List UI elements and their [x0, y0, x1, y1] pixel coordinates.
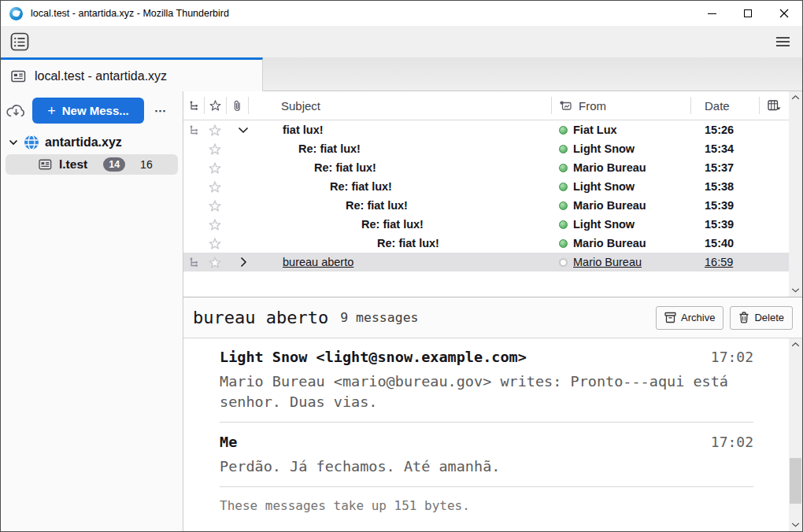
from-cell: Fiat Lux: [573, 124, 691, 136]
trash-icon: [738, 312, 749, 323]
close-button[interactable]: [766, 1, 802, 26]
star-icon[interactable]: [204, 162, 226, 174]
from-cell: Light Snow: [573, 218, 691, 231]
thread-cell: [183, 238, 204, 249]
star-icon[interactable]: [204, 124, 226, 136]
thread-cell: [183, 125, 204, 135]
attachment-column-header[interactable]: [227, 91, 248, 120]
message-row[interactable]: bureau aberto Mario Bureau 16:59: [183, 253, 789, 272]
subject-cell: Re: fiat lux!: [261, 180, 553, 193]
unread-column-header[interactable]: [552, 91, 579, 120]
new-message-button[interactable]: + New Mess...: [32, 98, 144, 124]
message-row[interactable]: Re: fiat lux! Light Snow 15:34: [183, 139, 789, 158]
tab-bar: local.test - antartida.xyz: [1, 57, 802, 91]
archive-icon: [664, 312, 676, 323]
message-row[interactable]: Re: fiat lux! Mario Bureau 15:39: [183, 196, 789, 215]
subject-cell: bureau aberto: [261, 256, 553, 268]
message-pane-scrollbar[interactable]: [789, 338, 802, 531]
message-sender: Me: [220, 434, 237, 450]
unread-dot[interactable]: [553, 258, 573, 267]
unread-dot[interactable]: [553, 164, 573, 172]
message-row[interactable]: fiat lux! Fiat Lux 15:26: [183, 120, 789, 139]
unread-dot[interactable]: [553, 201, 573, 210]
minimize-button[interactable]: [694, 1, 730, 26]
paperclip-icon: [233, 100, 242, 112]
thread-pane-scrollbar[interactable]: [789, 91, 802, 297]
message-row[interactable]: Re: fiat lux! Mario Bureau 15:37: [183, 158, 789, 177]
unread-dot[interactable]: [553, 183, 573, 191]
star-icon[interactable]: [204, 143, 226, 155]
thread-column-header[interactable]: [183, 91, 204, 120]
close-icon: [779, 9, 789, 18]
message-rows: fiat lux! Fiat Lux 15:26 Re: fiat lux! L…: [183, 120, 789, 272]
date-column-header[interactable]: Date: [691, 91, 759, 120]
star-column-header[interactable]: [205, 91, 226, 120]
subject-cell: Re: fiat lux!: [261, 142, 553, 155]
archive-label: Archive: [681, 312, 715, 323]
message-row[interactable]: Re: fiat lux! Light Snow 15:38: [183, 177, 789, 196]
unread-dot[interactable]: [553, 126, 573, 135]
subject-column-header[interactable]: Subject: [249, 91, 551, 120]
column-picker-icon: [768, 100, 781, 111]
subject-cell: Re: fiat lux!: [261, 237, 553, 249]
unread-dot[interactable]: [553, 145, 573, 153]
sidebar-account-row[interactable]: antartida.xyz: [1, 131, 183, 153]
archive-button[interactable]: Archive: [656, 306, 723, 330]
date-cell: 15:40: [691, 237, 789, 249]
star-icon[interactable]: [204, 257, 226, 268]
date-cell: 15:26: [691, 124, 789, 136]
message-row[interactable]: Re: fiat lux! Light Snow 15:39: [183, 215, 789, 234]
scroll-up-icon[interactable]: [791, 342, 800, 347]
folder-pane: + New Mess... ⋯ antartida.xyz: [1, 91, 183, 531]
message-item[interactable]: Me 17:02 Perdão. Já fechamos. Até amanhã…: [220, 434, 753, 487]
thread-title: bureau aberto: [193, 308, 328, 327]
tab-local-test[interactable]: local.test - antartida.xyz: [1, 57, 263, 92]
message-item[interactable]: Light Snow <light@snow.example.com> 17:0…: [220, 349, 753, 423]
delete-button[interactable]: Delete: [730, 306, 793, 330]
thread-icon: [189, 257, 199, 268]
twisty-icon[interactable]: [226, 127, 261, 134]
star-icon[interactable]: [204, 181, 226, 193]
folder-pane-options-button[interactable]: ⋯: [150, 104, 172, 118]
unread-count-badge: 14: [103, 157, 125, 172]
unread-dot[interactable]: [553, 220, 573, 229]
scroll-down-icon[interactable]: [791, 523, 800, 527]
thread-icon: [189, 125, 199, 135]
column-picker-button[interactable]: [760, 91, 789, 120]
tab-label: local.test - antartida.xyz: [35, 69, 167, 83]
cloud-download-icon[interactable]: [6, 102, 27, 119]
scroll-up-icon[interactable]: [791, 95, 800, 100]
thread-cell: [183, 163, 204, 173]
account-name: antartida.xyz: [45, 135, 122, 150]
messages-container: Light Snow <light@snow.example.com> 17:0…: [220, 349, 753, 487]
star-icon[interactable]: [204, 238, 226, 249]
message-row[interactable]: Re: fiat lux! Mario Bureau 15:40: [183, 234, 789, 253]
scroll-down-icon[interactable]: [791, 288, 800, 293]
star-icon[interactable]: [204, 219, 226, 231]
app-menu-button[interactable]: [773, 34, 793, 50]
sidebar-folder-ltest[interactable]: l.test 14 16: [6, 154, 178, 175]
message-body: Perdão. Já fechamos. Até amanhã.: [220, 456, 753, 477]
from-column-header[interactable]: From: [579, 91, 690, 120]
thread-cell: [183, 182, 204, 192]
subject-cell: Re: fiat lux!: [261, 218, 553, 231]
message-sender: Light Snow <light@snow.example.com>: [220, 349, 527, 365]
thread-pane-header: Subject From Date: [183, 91, 802, 120]
thunderbird-window: local.test - antartida.xyz - Mozilla Thu…: [0, 0, 803, 532]
newspaper-icon: [11, 69, 27, 83]
twisty-icon[interactable]: [226, 257, 261, 268]
chevron-down-icon: [9, 139, 18, 146]
message-body: Mario Bureau <mario@bureau.gov> writes: …: [220, 371, 753, 412]
subject-cell: Re: fiat lux!: [261, 199, 553, 212]
plus-icon: +: [47, 104, 56, 118]
content-area: Subject From Date: [183, 91, 802, 531]
titlebar: local.test - antartida.xyz - Mozilla Thu…: [1, 1, 802, 26]
from-cell: Light Snow: [573, 180, 691, 193]
maximize-button[interactable]: [730, 1, 766, 26]
folder-pane-toggle-icon[interactable]: [10, 32, 30, 52]
newspaper-icon: [39, 158, 53, 171]
star-icon[interactable]: [204, 200, 226, 212]
scrollbar-thumb[interactable]: [790, 458, 801, 504]
unread-dot[interactable]: [553, 239, 573, 248]
thread-cell: [183, 257, 204, 268]
